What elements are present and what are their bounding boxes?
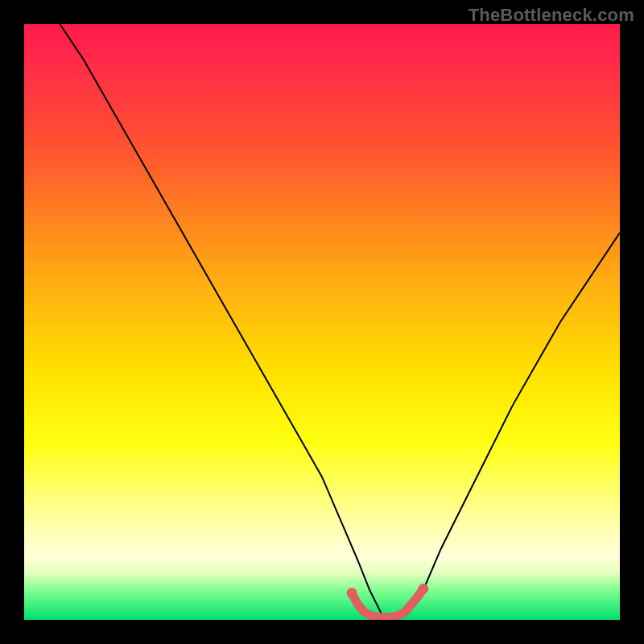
curve-svg [24, 24, 620, 620]
plot-area [24, 24, 620, 620]
chart-container: TheBottleneck.com [0, 0, 644, 644]
svg-point-0 [347, 588, 357, 598]
bottleneck-curve [60, 24, 620, 620]
optimal-band [347, 584, 429, 617]
svg-point-1 [418, 584, 428, 594]
watermark-text: TheBottleneck.com [469, 5, 634, 26]
